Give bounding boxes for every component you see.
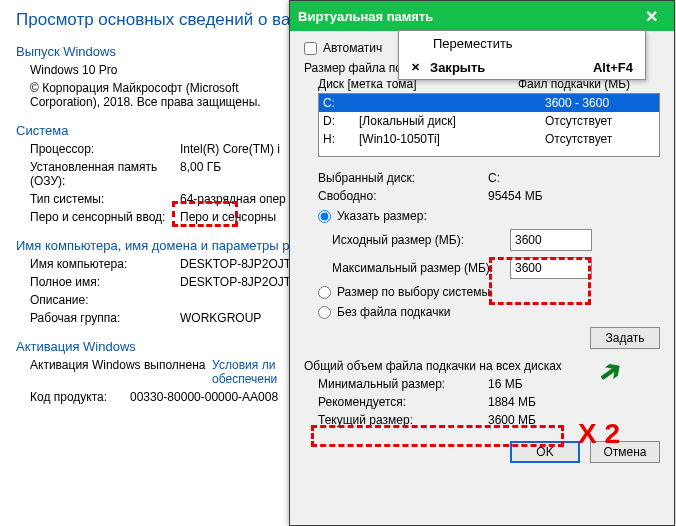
system-size-label: Размер по выбору системы (337, 285, 490, 299)
comp-value: DESKTOP-8JP2OJT (180, 257, 291, 271)
ram-value: 8,00 ГБ (180, 160, 221, 188)
full-label: Полное имя: (30, 275, 180, 289)
menu-item-close-shortcut: Alt+F4 (593, 60, 633, 75)
selected-disk-value: C: (488, 171, 500, 185)
type-label: Тип системы: (30, 192, 180, 206)
close-icon[interactable]: ✕ (636, 7, 666, 26)
min-size-value: 16 МБ (488, 377, 523, 391)
menu-item-move-label: Переместить (433, 36, 633, 51)
menu-item-close-label: Закрыть (430, 60, 583, 75)
wg-value: WORKGROUP (180, 311, 261, 325)
rec-size-value: 1884 МБ (488, 395, 536, 409)
cpu-value: Intel(R) Core(TM) i (180, 142, 280, 156)
auto-manage-label: Автоматич (323, 41, 382, 55)
release-name: Windows 10 Pro (30, 63, 117, 77)
dialog-title-bar[interactable]: Виртуальная память ✕ (290, 1, 674, 31)
key-value: 00330-80000-00000-AA008 (130, 390, 278, 404)
annotation-highlight-ram (172, 201, 238, 227)
disk-row[interactable]: C:3600 - 3600 (319, 94, 659, 112)
ram-label: Установленная память (ОЗУ): (30, 160, 180, 188)
disk-list[interactable]: C:3600 - 3600D:[Локальный диск]Отсутству… (318, 93, 660, 157)
cpu-label: Процессор: (30, 142, 180, 156)
key-label: Код продукта: (30, 390, 130, 404)
annotation-highlight-recommended (311, 425, 564, 447)
max-size-label: Максимальный размер (МБ): (332, 261, 510, 275)
copyright: © Корпорация Майкрософт (Microsoft Corpo… (30, 81, 280, 109)
disk-row[interactable]: H:[Win10-1050Ti]Отсутствует (319, 130, 659, 148)
free-space-value: 95454 МБ (488, 189, 543, 203)
license-terms-link[interactable]: Условия ли обеспечени (212, 358, 277, 386)
initial-size-label: Исходный размер (МБ): (332, 233, 510, 247)
set-button[interactable]: Задать (590, 327, 660, 349)
custom-size-label: Указать размер: (337, 209, 427, 223)
close-glyph-icon: ✕ (411, 61, 420, 74)
pen-label: Перо и сенсорный ввод: (30, 210, 180, 224)
annotation-x2-label: X 2 (578, 418, 620, 450)
disk-row[interactable]: D:[Локальный диск]Отсутствует (319, 112, 659, 130)
activation-status: Активация Windows выполнена (30, 358, 205, 386)
custom-size-radio[interactable]: Указать размер: (318, 209, 660, 223)
no-paging-label: Без файла подкачки (337, 305, 450, 319)
rec-size-label: Рекомендуется: (318, 395, 488, 409)
desc-label: Описание: (30, 293, 180, 307)
selected-disk-label: Выбранный диск: (318, 171, 488, 185)
initial-size-input[interactable] (510, 229, 592, 251)
comp-label: Имя компьютера: (30, 257, 180, 271)
auto-manage-input[interactable] (304, 42, 317, 55)
full-value: DESKTOP-8JP2OJT (180, 275, 291, 289)
wg-label: Рабочая группа: (30, 311, 180, 325)
menu-item-close[interactable]: ✕ Закрыть Alt+F4 (399, 55, 645, 79)
dialog-title: Виртуальная память (298, 9, 433, 24)
menu-item-move[interactable]: Переместить (399, 31, 645, 55)
annotation-highlight-sizes (489, 257, 591, 305)
custom-size-radio-input[interactable] (318, 210, 331, 223)
no-paging-radio[interactable]: Без файла подкачки (318, 305, 660, 319)
no-paging-radio-input[interactable] (318, 306, 331, 319)
system-size-radio-input[interactable] (318, 286, 331, 299)
free-space-label: Свободно: (318, 189, 488, 203)
system-menu-popup: Переместить ✕ Закрыть Alt+F4 (398, 30, 646, 80)
min-size-label: Минимальный размер: (318, 377, 488, 391)
